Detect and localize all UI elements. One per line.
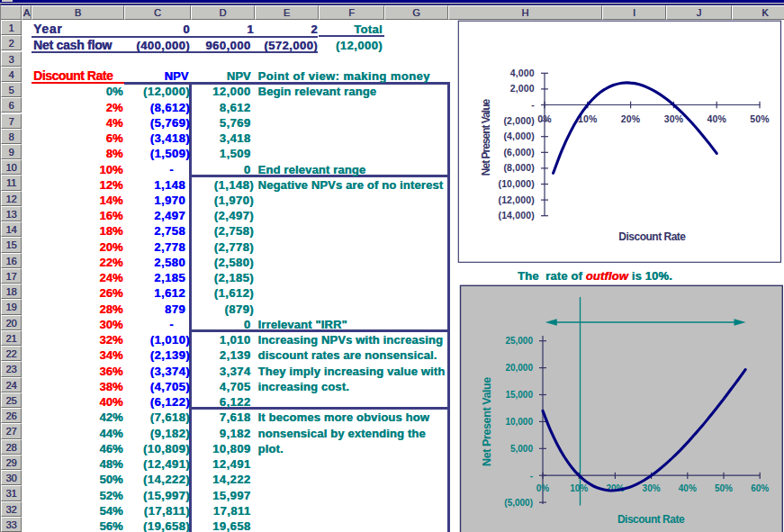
svg-text:2,000: 2,000 bbox=[510, 83, 535, 94]
svg-text:-: - bbox=[530, 471, 533, 481]
svg-text:50%: 50% bbox=[750, 113, 770, 124]
svg-text:30%: 30% bbox=[643, 483, 661, 493]
svg-text:10,000: 10,000 bbox=[505, 417, 533, 427]
svg-text:(2,000): (2,000) bbox=[503, 115, 534, 126]
svg-text:15,000: 15,000 bbox=[505, 390, 533, 400]
svg-text:20%: 20% bbox=[621, 113, 641, 124]
svg-text:10%: 10% bbox=[570, 483, 588, 493]
svg-text:-: - bbox=[531, 99, 535, 110]
svg-text:40%: 40% bbox=[707, 113, 726, 124]
svg-text:4,000: 4,000 bbox=[510, 68, 535, 78]
svg-text:(6,000): (6,000) bbox=[503, 147, 534, 158]
svg-text:(8,000): (8,000) bbox=[503, 162, 534, 173]
svg-text:30%: 30% bbox=[664, 113, 684, 124]
svg-text:Discount Rate: Discount Rate bbox=[617, 513, 685, 526]
svg-text:Net Present Value: Net Present Value bbox=[480, 98, 492, 176]
svg-text:Net Present Value: Net Present Value bbox=[481, 377, 493, 466]
svg-text:20,000: 20,000 bbox=[505, 363, 533, 373]
svg-text:60%: 60% bbox=[751, 483, 769, 493]
svg-text:0%: 0% bbox=[537, 113, 552, 124]
svg-text:(5,000): (5,000) bbox=[504, 498, 533, 508]
svg-text:25,000: 25,000 bbox=[505, 336, 533, 346]
svg-text:50%: 50% bbox=[715, 483, 733, 493]
svg-text:5,000: 5,000 bbox=[510, 444, 533, 454]
svg-text:(14,000): (14,000) bbox=[498, 210, 534, 221]
svg-text:0%: 0% bbox=[536, 483, 550, 493]
svg-text:(4,000): (4,000) bbox=[503, 131, 534, 141]
svg-text:40%: 40% bbox=[679, 483, 697, 493]
svg-text:(10,000): (10,000) bbox=[498, 178, 534, 189]
svg-text:Discount Rate: Discount Rate bbox=[618, 230, 686, 243]
svg-text:(12,000): (12,000) bbox=[498, 194, 534, 205]
